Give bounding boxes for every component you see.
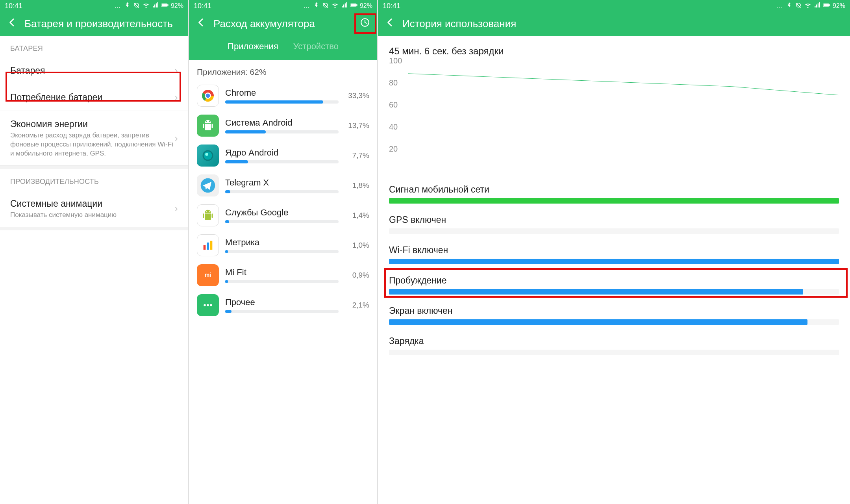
svg-rect-4 (351, 4, 356, 6)
metric-label: Сигнал мобильной сети (389, 184, 839, 195)
app-row[interactable]: Система Android13,7% (189, 111, 377, 141)
app-row[interactable]: Прочее2,1% (189, 290, 377, 320)
svg-rect-20 (203, 213, 204, 218)
app-name: Chrome (225, 88, 339, 98)
section-perf: ПРОИЗВОДИТЕЛЬНОСТЬ (0, 169, 188, 191)
tabs: Приложения Устройство (189, 36, 377, 60)
bluetooth-icon (124, 2, 131, 10)
back-icon[interactable] (196, 17, 206, 30)
svg-point-28 (210, 304, 212, 306)
bluetooth-icon (785, 2, 793, 10)
app-row[interactable]: Ядро Android7,7% (189, 141, 377, 170)
row-animations[interactable]: Системные анимации Показывать системную … (0, 191, 188, 227)
svg-point-11 (209, 121, 210, 122)
app-name: Службы Google (225, 208, 339, 218)
metric-bar (389, 289, 839, 295)
svg-rect-30 (824, 4, 829, 6)
history-icon[interactable] (360, 17, 370, 30)
row-power-sub: Экономьте расход заряда батареи, запрети… (10, 131, 174, 158)
battery-icon (823, 2, 830, 10)
app-name: Mi Fit (225, 267, 339, 278)
metric-row: Зарядка (378, 330, 850, 361)
more-icon: … (776, 2, 783, 9)
svg-rect-12 (203, 124, 204, 128)
svg-rect-5 (357, 4, 357, 6)
svg-point-16 (205, 153, 208, 156)
android-system-icon (197, 115, 219, 137)
app-bar (225, 280, 339, 283)
app-name: Ядро Android (225, 148, 339, 158)
chart-ytick: 80 (389, 78, 398, 87)
app-bar (225, 100, 339, 104)
svg-point-19 (209, 211, 210, 212)
status-indicators: … 92% (114, 2, 183, 10)
battery-percentage: 92% (360, 2, 372, 9)
svg-text:mi: mi (205, 272, 211, 278)
tab-apps[interactable]: Приложения (228, 41, 278, 52)
status-bar: 10:41 … 92% (0, 0, 188, 12)
battery-percentage: 92% (833, 2, 845, 9)
chevron-right-icon: › (174, 202, 178, 215)
section-battery: БАТАРЕЯ (0, 36, 188, 57)
row-battery-usage[interactable]: Потребление батареи › (0, 84, 188, 111)
app-row[interactable]: Метрика1,0% (189, 230, 377, 260)
app-row[interactable]: Chrome33,3% (189, 81, 377, 111)
tab-device[interactable]: Устройство (293, 41, 339, 52)
metric-row: Wi-Fi включен (378, 239, 850, 270)
chart-ytick: 60 (389, 100, 398, 109)
divider (0, 166, 188, 169)
row-battery-usage-label: Потребление батареи (10, 91, 174, 104)
app-pct: 2,1% (345, 301, 369, 309)
app-name: Метрика (225, 237, 339, 248)
row-battery[interactable]: Батарея › (0, 57, 188, 84)
status-indicators: … 92% (776, 2, 845, 10)
metric-row: Пробуждение (378, 270, 850, 300)
app-bar (225, 220, 339, 223)
page-title: История использования (402, 18, 843, 30)
app-bar (225, 190, 339, 193)
svg-rect-13 (212, 124, 213, 128)
chart-ytick: 40 (389, 122, 398, 132)
row-battery-label: Батарея (10, 65, 174, 77)
battery-chart: 20406080100 (389, 61, 839, 171)
more-icon: … (114, 2, 121, 9)
svg-point-10 (206, 121, 207, 122)
app-pct: 1,4% (345, 211, 369, 220)
row-power-saving[interactable]: Экономия энергии Экономьте расход заряда… (0, 111, 188, 166)
status-bar: 10:41 … 92% (378, 0, 850, 12)
screen-battery-settings: 10:41 … 92% Батарея и производительность… (0, 0, 189, 504)
back-icon[interactable] (385, 17, 395, 30)
divider (0, 227, 188, 230)
metric-bar (389, 319, 839, 325)
app-bar (225, 130, 339, 133)
mifit-icon: mi (197, 264, 219, 286)
bluetooth-icon (313, 2, 320, 10)
telegramx-icon (197, 174, 219, 196)
app-row[interactable]: miMi Fit0,9% (189, 260, 377, 290)
alarm-off-icon (795, 2, 802, 10)
svg-point-15 (204, 152, 212, 160)
app-bar (225, 310, 339, 313)
back-icon[interactable] (7, 17, 17, 30)
app-row[interactable]: Telegram X1,8% (189, 170, 377, 200)
svg-rect-23 (207, 243, 209, 250)
metric-row: GPS включен (378, 209, 850, 239)
screen-battery-usage: 10:41 … 92% Расход аккумулятора Приложен… (189, 0, 378, 504)
battery-icon (161, 2, 169, 10)
signal-icon (814, 2, 821, 10)
app-list: Chrome33,3%Система Android13,7%Ядро Andr… (189, 81, 377, 320)
app-pct: 33,3% (345, 91, 369, 100)
svg-rect-24 (210, 241, 213, 250)
metric-bar (389, 198, 839, 204)
history-summary: 45 мин. 6 сек. без зарядки (378, 36, 850, 61)
app-name: Telegram X (225, 178, 339, 188)
page-title: Расход аккумулятора (213, 18, 360, 30)
metric-bar (389, 259, 839, 264)
battery-icon (350, 2, 357, 10)
svg-rect-22 (204, 245, 206, 250)
svg-rect-2 (168, 4, 169, 6)
app-row[interactable]: Службы Google1,4% (189, 200, 377, 230)
app-pct: 1,8% (345, 181, 369, 190)
metric-label: Экран включен (389, 306, 839, 316)
metric-label: Пробуждение (389, 275, 839, 286)
